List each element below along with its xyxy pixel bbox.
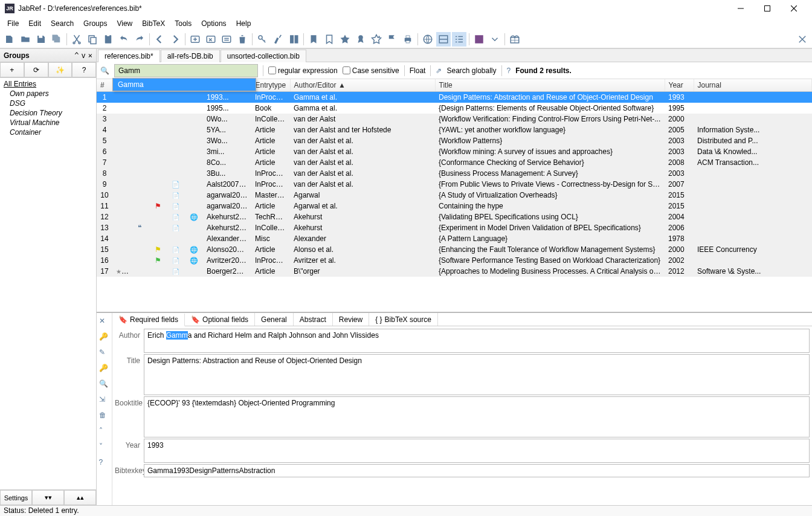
col-author[interactable]: Author/Editor ▲	[290, 79, 435, 92]
menu-options[interactable]: Options	[196, 18, 231, 29]
tab-general[interactable]: General	[255, 313, 294, 326]
menu-edit[interactable]: Edit	[24, 18, 46, 29]
close-panel-icon[interactable]: ×	[88, 51, 92, 60]
table-row[interactable]: 78Co...Articlevan der Aalst et al.{Confo…	[97, 157, 812, 168]
add-group-button[interactable]: +	[0, 62, 24, 77]
minimize-button[interactable]	[727, 0, 754, 17]
col-num[interactable]: #	[97, 79, 112, 92]
edit-strings-icon[interactable]	[219, 32, 234, 47]
group-item[interactable]: Own papers	[1, 89, 95, 98]
global-icon[interactable]: ⇗	[436, 66, 442, 75]
table-row[interactable]: 21995...BookGamma et al.{Design Patterns…	[97, 103, 812, 114]
push-dropdown-icon[interactable]	[488, 32, 502, 47]
table-row[interactable]: 11993...InProcee...Gamma et al.Design Pa…	[97, 92, 812, 103]
tab-allrefs[interactable]: all-refs-DB.bib	[161, 50, 220, 62]
collapse-button[interactable]: ▴▴	[64, 490, 96, 505]
case-checkbox[interactable]: Case sensitive	[343, 66, 399, 75]
menu-search[interactable]: Search	[46, 18, 79, 29]
help-editor-icon[interactable]: ?	[99, 458, 110, 469]
priority-icon[interactable]	[385, 32, 399, 47]
tab-source[interactable]: { } BibTeX source	[369, 313, 438, 326]
table-row[interactable]: 16⚑📄🌐Avritzer2012...InProcee...Avritzer …	[97, 255, 812, 266]
new-db-icon[interactable]	[2, 32, 17, 47]
next-entry-icon[interactable]: ˅	[99, 442, 110, 453]
table-row[interactable]: 15⚑📄🌐Alonso2000...ArticleAlonso et al.{E…	[97, 244, 812, 255]
delete-entry-icon[interactable]: 🗑	[99, 411, 110, 422]
mark-icon[interactable]	[306, 32, 321, 47]
toggle-preview-icon[interactable]	[436, 32, 451, 47]
menu-file[interactable]: File	[2, 18, 24, 29]
quality-icon[interactable]	[353, 32, 368, 47]
group-all-entries[interactable]: All Entries	[1, 79, 95, 89]
table-row[interactable]: 45YA...Articlevan der Aalst and ter Hofs…	[97, 124, 812, 135]
tab-required[interactable]: 🔖Required fields	[112, 314, 185, 326]
close-button[interactable]	[781, 0, 807, 17]
paste-icon[interactable]	[101, 32, 115, 47]
gen-key-icon[interactable]: 🔑	[99, 332, 110, 343]
table-row[interactable]: 11⚑📄agarwal2015...ArticleAgarwal et al.C…	[97, 201, 812, 211]
float-label[interactable]: Float	[410, 66, 426, 75]
help-group-button[interactable]: ?	[72, 62, 96, 77]
back-icon[interactable]	[152, 32, 167, 47]
table-row[interactable]: 17★★★★★📄Boerger2012...ArticleB\"orger{Ap…	[97, 266, 812, 277]
group-item[interactable]: Decision Theory	[1, 108, 95, 118]
tab-references[interactable]: references.bib*	[98, 50, 160, 62]
print-icon[interactable]	[401, 32, 415, 47]
table-row[interactable]: 14Alexander19...MiscAlexander{A Pattern …	[97, 233, 812, 244]
donate-icon[interactable]	[507, 32, 522, 47]
edit-entry-icon[interactable]	[204, 32, 218, 47]
menu-help[interactable]: Help	[231, 18, 256, 29]
search-suggestion-item[interactable]: Gamma	[113, 79, 256, 91]
table-row[interactable]: 10📄agarwal2015...MastersT...Agarwal{A St…	[97, 190, 812, 201]
collapse-up-icon[interactable]: ^	[74, 51, 79, 60]
copy-icon[interactable]	[85, 32, 100, 47]
web-search-icon[interactable]	[420, 32, 435, 47]
collapse-down-icon[interactable]: v	[82, 51, 86, 60]
menu-groups[interactable]: Groups	[79, 18, 112, 29]
undo-icon[interactable]	[117, 32, 131, 47]
help-icon[interactable]: ?	[507, 66, 511, 75]
year-field[interactable]: 1993	[144, 439, 810, 463]
booktitle-field[interactable]: {ECOOP}' 93 {\textemdash} Object-Oriente…	[144, 396, 810, 437]
link-icon[interactable]: ⇲	[99, 395, 110, 406]
open-icon[interactable]	[18, 32, 33, 47]
new-entry-icon[interactable]	[188, 32, 202, 47]
group-item[interactable]: Container	[1, 127, 95, 137]
ranking-icon[interactable]	[369, 32, 384, 47]
forward-icon[interactable]	[168, 32, 182, 47]
maximize-button[interactable]	[754, 0, 781, 17]
bibtexkey-field[interactable]	[144, 464, 810, 477]
redo-icon[interactable]	[132, 32, 147, 47]
col-journal[interactable]: Journal	[694, 79, 812, 92]
find-icon[interactable]: 🔍	[99, 379, 110, 390]
tab-abstract[interactable]: Abstract	[294, 313, 333, 326]
save-icon[interactable]	[34, 32, 48, 47]
unmark-icon[interactable]	[322, 32, 337, 47]
cleanup-icon[interactable]	[271, 32, 285, 47]
auto-group-button[interactable]: ✨	[48, 62, 72, 77]
table-row[interactable]: 13❝📄Akehurst200...InCollecti...Akehurst{…	[97, 222, 812, 233]
col-year[interactable]: Year	[665, 79, 694, 92]
title-field[interactable]: Design Patterns: Abstraction and Reuse o…	[144, 354, 810, 395]
tab-review[interactable]: Review	[333, 313, 369, 326]
tab-optional[interactable]: 🔖Optional fields	[185, 313, 255, 326]
refresh-group-button[interactable]: ⟳	[24, 62, 48, 77]
col-entrytype[interactable]: Entrytype	[251, 79, 290, 92]
toggle-list-icon[interactable]	[452, 32, 466, 47]
table-row[interactable]: 83Bu...InProcee...van der Aalst et al.{B…	[97, 168, 812, 179]
table-row[interactable]: 53Wo...Articlevan der Aalst et al.{Workf…	[97, 135, 812, 146]
close-db-icon[interactable]	[795, 32, 810, 47]
copy-preview-icon[interactable]	[286, 32, 301, 47]
menu-bibtex[interactable]: BibTeX	[137, 18, 170, 29]
col-title[interactable]: Title	[435, 79, 665, 92]
edit-icon[interactable]: ✎	[99, 348, 110, 359]
search-input[interactable]	[114, 64, 258, 77]
delete-icon[interactable]	[235, 32, 250, 47]
regex-checkbox[interactable]: regular expression	[268, 66, 338, 75]
table-row[interactable]: 12📄🌐Akehurst200...TechRep...Akehurst{Val…	[97, 211, 812, 222]
prev-entry-icon[interactable]: ˄	[99, 427, 110, 437]
author-field[interactable]: Erich Gamma and Richard Helm and Ralph J…	[144, 329, 810, 353]
table-row[interactable]: 9📄Aalst2007Fro...InProcee...van der Aals…	[97, 179, 812, 190]
relevance-icon[interactable]	[338, 32, 352, 47]
key-icon[interactable]	[255, 32, 269, 47]
